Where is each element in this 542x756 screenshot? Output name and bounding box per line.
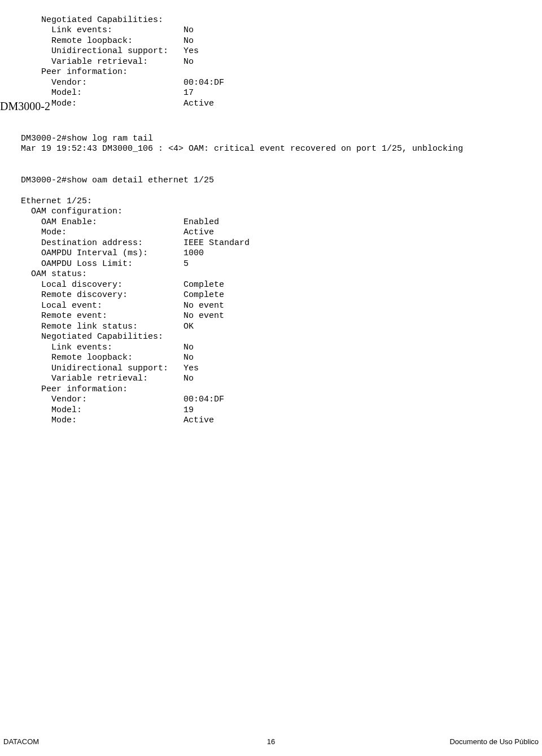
line: Remote link status: OK	[21, 322, 194, 331]
line: Negotiated Capabilities:	[21, 332, 163, 342]
line: Local event: No event	[21, 301, 224, 311]
line: DM3000-2#show oam detail ethernet 1/25	[21, 176, 214, 185]
line: Peer information:	[21, 67, 128, 77]
line: Unidirectional support: Yes	[21, 364, 199, 373]
line: OAMPDU Loss Limit: 5	[21, 259, 189, 269]
terminal-block-1: Negotiated Capabilities: Link events: No…	[21, 5, 224, 109]
line: Link events: No	[21, 25, 194, 35]
terminal-block-2: DM3000-2#show log ram tail Mar 19 19:52:…	[21, 123, 463, 155]
terminal-block-3: DM3000-2#show oam detail ethernet 1/25	[21, 165, 214, 186]
line: Remote event: No event	[21, 311, 224, 321]
line: Link events: No	[21, 343, 194, 352]
line: Mode: Active	[21, 416, 214, 425]
line: Mode: Active	[21, 228, 214, 237]
line: Vendor: 00:04:DF	[21, 78, 224, 88]
line: Remote loopback: No	[21, 36, 194, 46]
footer-right: Documento de Uso Público	[449, 737, 539, 746]
line: Mar 19 19:52:43 DM3000_106 : <4> OAM: cr…	[21, 144, 463, 154]
line: OAM configuration:	[21, 207, 123, 216]
line: Variable retrieval: No	[21, 374, 194, 383]
line: Unidirectional support: Yes	[21, 46, 199, 56]
line: Peer information:	[21, 384, 128, 394]
line: Local discovery: Complete	[21, 280, 224, 290]
line: Model: 19	[21, 405, 194, 415]
line: Vendor: 00:04:DF	[21, 395, 224, 404]
line: Remote discovery: Complete	[21, 290, 224, 300]
line: OAM status:	[21, 269, 87, 279]
line: Destination address: IEEE Standard	[21, 238, 250, 248]
line: OAM Enable: Enabled	[21, 217, 219, 227]
line: Ethernet 1/25:	[21, 196, 92, 206]
terminal-block-4: Ethernet 1/25: OAM configuration: OAM En…	[21, 186, 250, 426]
line: Negotiated Capabilities:	[21, 15, 163, 25]
section-heading: DM3000-2	[0, 100, 50, 113]
page: Negotiated Capabilities: Link events: No…	[0, 0, 542, 756]
line: Remote loopback: No	[21, 353, 194, 362]
line: DM3000-2#show log ram tail	[21, 134, 153, 143]
line: OAMPDU Interval (ms): 1000	[21, 248, 204, 258]
line: Model: 17	[21, 88, 194, 98]
line: Variable retrieval: No	[21, 57, 194, 67]
